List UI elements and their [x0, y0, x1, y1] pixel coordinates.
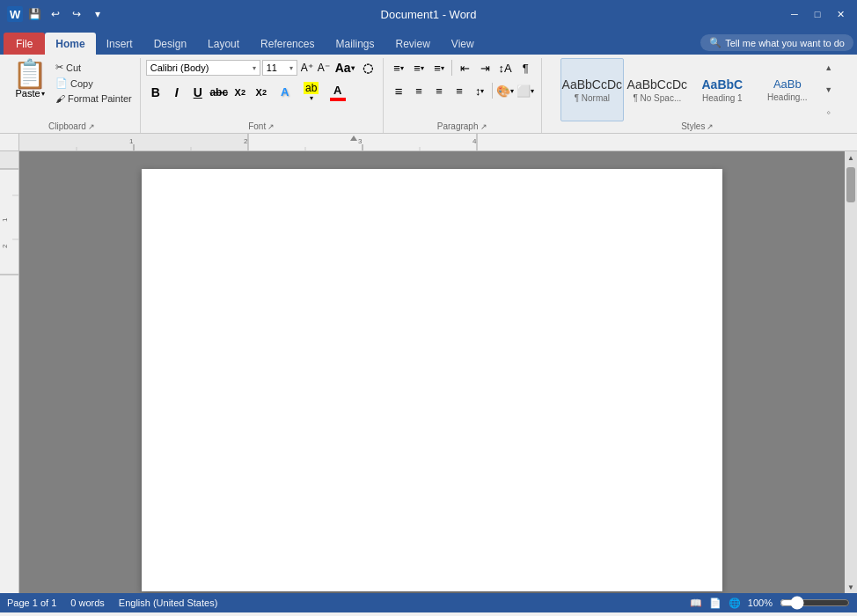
cut-button[interactable]: ✂ Cut: [53, 60, 135, 75]
multilevel-list-button[interactable]: ≡▾: [429, 58, 449, 77]
clear-formatting-button[interactable]: ◌: [358, 58, 377, 77]
font-expand-icon[interactable]: ↗: [267, 122, 275, 131]
tab-file[interactable]: File: [4, 33, 45, 55]
print-layout-button[interactable]: 📄: [709, 598, 721, 609]
para-row-2: ≡ ≡ ≡ ≡ ↕▾ 🎨▾ ⬜▾: [389, 81, 535, 100]
style-heading1[interactable]: AaBbC Heading 1: [691, 58, 754, 121]
paragraph-expand-icon[interactable]: ↗: [480, 122, 487, 131]
paragraph-content: ≡▾ ≡▾ ≡▾ ⇤ ⇥ ↕A ¶ ≡ ≡ ≡ ≡ ↕▾ 🎨▾ ⬜▾: [389, 58, 535, 121]
bullets-button[interactable]: ≡▾: [389, 58, 408, 77]
read-mode-button[interactable]: 📖: [690, 598, 702, 609]
font-color-button[interactable]: A: [326, 83, 350, 102]
clipboard-label: Clipboard ↗: [9, 121, 135, 133]
font-size-dropdown-icon: ▾: [289, 64, 293, 72]
vertical-scrollbar[interactable]: ▲ ▼: [845, 151, 857, 593]
text-effects-button[interactable]: A: [273, 84, 297, 99]
sort-button[interactable]: ↕A: [495, 58, 515, 77]
font-name-selector[interactable]: Calibri (Body) ▾: [146, 60, 260, 76]
close-button[interactable]: ✕: [831, 4, 850, 24]
superscript-button[interactable]: X2: [252, 83, 271, 102]
svg-text:3: 3: [358, 137, 363, 145]
bold-button[interactable]: B: [146, 83, 165, 102]
tab-mailings[interactable]: Mailings: [325, 33, 385, 55]
font-size-selector[interactable]: 11 ▾: [262, 60, 297, 76]
increase-indent-button[interactable]: ⇥: [475, 58, 494, 77]
font-size-value: 11: [267, 62, 277, 73]
svg-rect-17: [0, 151, 19, 593]
scroll-track: [845, 164, 857, 581]
scroll-up-button[interactable]: ▲: [845, 151, 857, 164]
subscript-button[interactable]: X2: [231, 83, 250, 102]
document-page-area[interactable]: [19, 151, 845, 593]
scroll-thumb[interactable]: [846, 167, 855, 202]
scroll-down-button[interactable]: ▼: [845, 581, 857, 593]
clipboard-expand-icon[interactable]: ↗: [88, 122, 95, 131]
style-normal[interactable]: AaBbCcDc ¶ Normal: [560, 58, 624, 121]
styles-scroll-down[interactable]: ▼: [823, 80, 835, 99]
search-icon: 🔍: [709, 37, 721, 48]
paste-dropdown-icon: ▾: [41, 90, 45, 98]
window-controls: ─ □ ✕: [785, 4, 850, 24]
restore-button[interactable]: □: [808, 4, 827, 24]
clipboard-content: 📋 Paste ▾ ✂ Cut 📄 Copy 🖌 Format Painter: [9, 58, 135, 121]
cut-label: Cut: [66, 62, 81, 73]
zoom-slider[interactable]: [780, 596, 850, 610]
strikethrough-button[interactable]: abc: [209, 83, 229, 102]
highlight-button[interactable]: ab ▾: [299, 81, 324, 103]
tab-layout[interactable]: Layout: [197, 33, 250, 55]
web-layout-button[interactable]: 🌐: [729, 598, 741, 609]
paste-button[interactable]: 📋 Paste ▾: [9, 58, 51, 100]
style-no-spacing[interactable]: AaBbCcDc ¶ No Spac...: [626, 58, 689, 121]
format-painter-button[interactable]: 🖌 Format Painter: [53, 92, 135, 106]
align-center-button[interactable]: ≡: [409, 81, 428, 100]
tell-me-text: Tell me what you want to do: [725, 38, 845, 48]
tab-view[interactable]: View: [441, 33, 485, 55]
tab-insert[interactable]: Insert: [96, 33, 143, 55]
show-formatting-button[interactable]: ¶: [516, 58, 535, 77]
styles-scroll: ▲ ▼ ⬦: [823, 58, 835, 121]
save-button[interactable]: 💾: [25, 4, 44, 24]
styles-label: Styles ↗: [547, 121, 848, 133]
undo-button[interactable]: ↩: [46, 4, 65, 24]
redo-button[interactable]: ↪: [67, 4, 86, 24]
tab-design[interactable]: Design: [143, 33, 197, 55]
align-left-button[interactable]: ≡: [389, 81, 408, 100]
font-size-buttons: A⁺ A⁻: [299, 59, 332, 77]
shading-button[interactable]: 🎨▾: [495, 81, 515, 100]
clipboard-secondary: ✂ Cut 📄 Copy 🖌 Format Painter: [53, 60, 135, 106]
minimize-button[interactable]: ─: [785, 4, 804, 24]
svg-text:1: 1: [1, 217, 9, 222]
numbering-button[interactable]: ≡▾: [409, 58, 428, 77]
change-case-button[interactable]: Aa▾: [333, 59, 356, 77]
cut-icon: ✂: [55, 62, 63, 73]
tab-home[interactable]: Home: [45, 33, 95, 55]
svg-text:W: W: [10, 8, 21, 21]
align-right-button[interactable]: ≡: [429, 81, 449, 100]
qat-customize-button[interactable]: ▾: [88, 4, 107, 24]
decrease-indent-button[interactable]: ⇤: [455, 58, 474, 77]
borders-button[interactable]: ⬜▾: [516, 81, 535, 100]
style-normal-name: ¶ Normal: [575, 93, 610, 103]
italic-button[interactable]: I: [167, 83, 187, 102]
tab-review[interactable]: Review: [385, 33, 440, 55]
ribbon-tab-bar: File Home Insert Design Layout Reference…: [0, 28, 857, 55]
document-page[interactable]: [142, 169, 722, 591]
style-heading2[interactable]: AaBb Heading...: [756, 58, 819, 121]
styles-scroll-up[interactable]: ▲: [823, 58, 835, 77]
tell-me-bar[interactable]: 🔍 Tell me what you want to do: [700, 34, 853, 51]
styles-expand-icon[interactable]: ↗: [707, 122, 714, 131]
svg-text:4: 4: [472, 137, 477, 145]
justify-button[interactable]: ≡: [450, 81, 469, 100]
document-scroll-area: 1 2 ▲ ▼: [0, 151, 857, 593]
font-row-2: B I U abc X2 X2 A ab ▾ A: [146, 81, 350, 103]
font-label: Font ↗: [146, 121, 377, 133]
svg-text:2: 2: [1, 244, 9, 248]
line-spacing-button[interactable]: ↕▾: [470, 81, 489, 100]
increase-font-button[interactable]: A⁺: [299, 59, 315, 77]
svg-text:1: 1: [129, 137, 134, 145]
tab-references[interactable]: References: [250, 33, 325, 55]
copy-button[interactable]: 📄 Copy: [53, 76, 135, 91]
underline-button[interactable]: U: [188, 83, 208, 102]
decrease-font-button[interactable]: A⁻: [316, 59, 332, 77]
styles-more-button[interactable]: ⬦: [823, 102, 835, 121]
